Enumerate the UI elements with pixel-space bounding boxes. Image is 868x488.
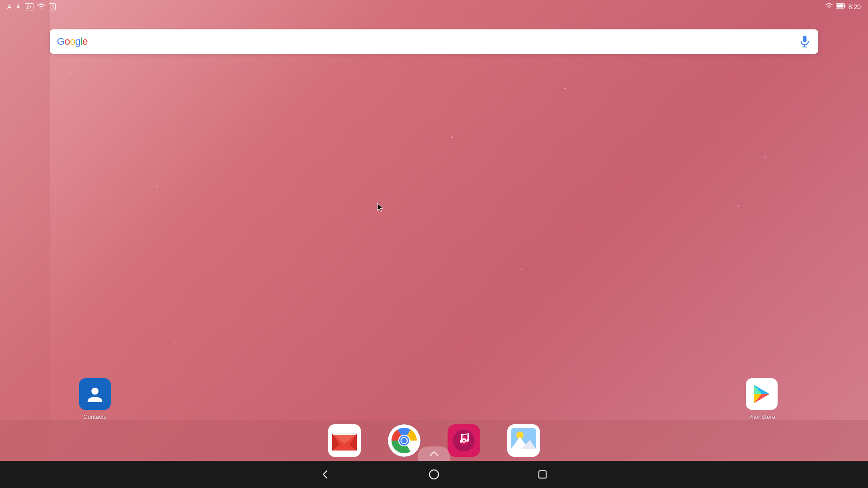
google-logo: G o o g l e [57, 36, 88, 47]
wifi-signal-icon [37, 3, 45, 11]
playstore-app[interactable]: Play Store [746, 378, 778, 420]
google-G: G [57, 36, 65, 47]
voice-search-icon[interactable] [798, 35, 811, 48]
google-o2: o [70, 36, 75, 47]
chrome-app[interactable] [388, 424, 420, 457]
wifi-icon [825, 3, 833, 11]
playstore-icon [746, 378, 778, 410]
home-button[interactable] [425, 465, 443, 483]
google-g: g [75, 36, 80, 47]
status-bar: A 2+ □ [0, 0, 868, 14]
usb-icon [15, 3, 21, 11]
svg-point-38 [429, 470, 439, 479]
status-bar-left-icons: A 2+ □ [7, 3, 56, 11]
photos-app[interactable] [507, 424, 540, 457]
google-o1: o [65, 36, 70, 47]
playstore-label: Play Store [748, 413, 775, 420]
gmail-app[interactable] [328, 424, 361, 457]
status-time: 8:20 [849, 3, 861, 10]
svg-point-6 [91, 388, 99, 395]
app-icon-status: 2+ [25, 3, 33, 10]
app-drawer-handle[interactable] [418, 446, 450, 461]
contacts-app[interactable]: Contacts [79, 378, 111, 420]
recents-button[interactable] [533, 465, 552, 483]
background-sparkles [0, 0, 868, 488]
svg-rect-2 [803, 36, 807, 42]
cursor [377, 202, 385, 214]
storage-icon: □ [49, 3, 56, 10]
contacts-label: Contacts [83, 413, 106, 420]
back-button[interactable] [316, 465, 335, 483]
google-search-bar[interactable]: G o o g l e [50, 29, 818, 54]
notification-icon: A [7, 3, 11, 10]
svg-rect-39 [539, 471, 546, 478]
music-app[interactable] [448, 424, 480, 457]
svg-rect-37 [511, 451, 536, 453]
svg-point-23 [401, 438, 407, 443]
status-bar-right: 8:20 [825, 3, 861, 11]
contacts-icon [79, 378, 111, 410]
svg-rect-1 [836, 5, 843, 8]
battery-icon [836, 3, 846, 11]
left-strip [0, 0, 50, 461]
svg-point-28 [463, 440, 465, 441]
nav-bar [0, 461, 868, 488]
google-e: e [82, 36, 88, 47]
